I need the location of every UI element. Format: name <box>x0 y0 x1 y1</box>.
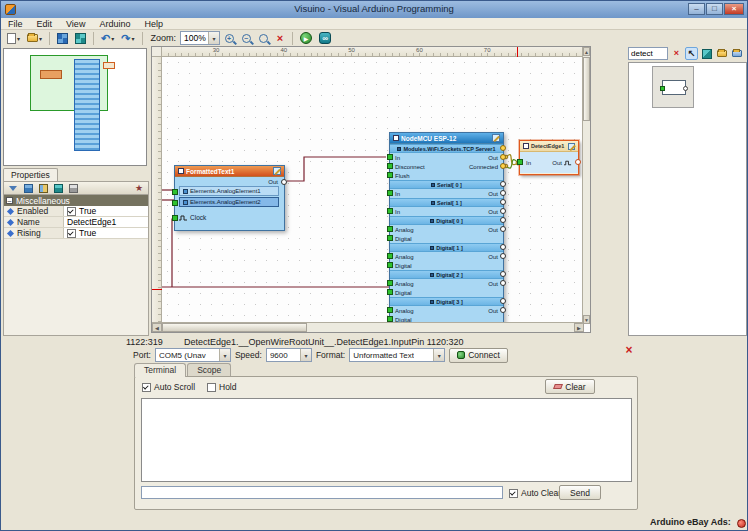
property-category-row[interactable]: – Miscellaneous <box>4 195 148 206</box>
output-pin[interactable] <box>500 271 506 277</box>
maximize-button[interactable]: □ <box>706 3 723 15</box>
terminal-send-input[interactable] <box>141 486 503 499</box>
zoom-reset-button[interactable] <box>255 31 271 46</box>
block-header[interactable]: DetectEdge1 <box>520 141 578 152</box>
format-combobox[interactable]: Unformatted Text▾ <box>349 348 445 362</box>
nodemcu-row[interactable]: Serial[ 1 ] <box>390 198 503 207</box>
arduino-ide-button[interactable]: ∞ <box>316 31 334 46</box>
nodemcu-row[interactable]: In Out <box>390 153 503 162</box>
output-pin[interactable] <box>500 199 506 205</box>
scroll-right-icon[interactable]: ▶ <box>574 323 584 332</box>
output-pin[interactable] <box>500 253 506 259</box>
nodemcu-row[interactable]: Analog Out <box>390 225 503 234</box>
output-pin[interactable] <box>500 145 506 151</box>
send-button[interactable]: Send <box>559 485 601 500</box>
property-value[interactable]: DetectEdge1 <box>64 217 148 227</box>
ads-badge-icon[interactable] <box>737 519 746 528</box>
nodemcu-row[interactable]: Digital[ 3 ] <box>390 297 503 306</box>
auto-clear-checkbox[interactable]: Auto Clear <box>509 488 561 498</box>
design-canvas[interactable]: FormattedText1 Out Elements.AnalogElemen… <box>151 46 591 333</box>
input-pin[interactable] <box>387 280 393 286</box>
menu-file[interactable]: File <box>1 18 30 30</box>
detectedge1-block[interactable]: DetectEdge1 In Out <box>519 140 579 175</box>
zoom-out-button[interactable]: − <box>238 31 254 46</box>
nodemcu-row[interactable]: Analog Out <box>390 252 503 261</box>
output-pin[interactable] <box>500 208 506 214</box>
analog-element-1[interactable]: Elements.AnalogElement1 <box>179 186 279 196</box>
tab-terminal[interactable]: Terminal <box>134 363 186 377</box>
undo-button[interactable]: ↶▾ <box>98 31 117 46</box>
output-pin[interactable] <box>500 280 506 286</box>
category-view-button[interactable] <box>715 47 728 60</box>
clock-pin-row[interactable]: Clock <box>175 212 284 223</box>
edit-pencil-icon[interactable] <box>568 143 575 150</box>
clear-button[interactable]: Clear <box>545 379 595 394</box>
components-button[interactable] <box>72 31 89 46</box>
input-pin[interactable] <box>172 189 178 195</box>
nodemcu-row[interactable]: Flush <box>390 171 503 180</box>
property-row-enabled[interactable]: Enabled True <box>4 206 148 217</box>
hold-checkbox[interactable]: Hold <box>207 382 236 392</box>
wizard-button[interactable]: ★ <box>133 182 145 194</box>
filter-button[interactable] <box>7 182 19 194</box>
output-pin[interactable] <box>500 154 506 160</box>
sort-category-button[interactable] <box>37 182 49 194</box>
port-combobox[interactable]: COM5 (Unav▾ <box>155 348 231 362</box>
vertical-scroll-thumb[interactable] <box>583 57 590 121</box>
nodemcu-row[interactable]: Digital <box>390 288 503 297</box>
rising-checkbox[interactable] <box>67 229 76 238</box>
input-pin[interactable] <box>387 190 393 196</box>
input-pin[interactable] <box>387 262 393 268</box>
menu-arduino[interactable]: Arduino <box>92 18 137 30</box>
redo-button[interactable]: ↷▾ <box>118 31 137 46</box>
output-pin[interactable] <box>575 159 581 165</box>
terminal-output[interactable] <box>141 398 632 482</box>
component-list[interactable] <box>628 62 747 336</box>
titlebar[interactable]: Visuino - Visual Arduino Programming – □… <box>1 1 747 18</box>
sort-alpha-button[interactable] <box>22 182 34 194</box>
analog-element-2[interactable]: Elements.AnalogElement2 <box>179 197 279 207</box>
scroll-up-icon[interactable]: ▲ <box>583 47 590 56</box>
output-pin[interactable] <box>500 190 506 196</box>
horizontal-scroll-thumb[interactable] <box>162 323 307 332</box>
menu-edit[interactable]: Edit <box>30 18 60 30</box>
clock-input-pin[interactable] <box>172 215 178 221</box>
close-button[interactable]: × <box>724 3 744 15</box>
input-pin[interactable] <box>387 172 393 178</box>
edit-pencil-icon[interactable] <box>492 134 500 142</box>
nodemcu-row[interactable]: Analog Out <box>390 279 503 288</box>
wiring-tool-button[interactable] <box>700 47 713 60</box>
clear-search-button[interactable]: × <box>670 47 683 60</box>
input-pin[interactable] <box>387 316 393 322</box>
vertical-scrollbar[interactable]: ▲ ▼ <box>582 47 590 324</box>
output-pin[interactable] <box>500 217 506 223</box>
enabled-checkbox[interactable] <box>67 207 76 216</box>
upload-button[interactable]: ▶ <box>297 31 315 46</box>
nodemcu-row[interactable]: Digital <box>390 234 503 243</box>
output-pin[interactable] <box>500 298 506 304</box>
flat-view-button[interactable] <box>730 47 743 60</box>
menu-help[interactable]: Help <box>137 18 170 30</box>
property-value[interactable]: True <box>64 228 148 238</box>
nodemcu-row[interactable]: Digital[ 0 ] <box>390 216 503 225</box>
output-pin[interactable] <box>500 226 506 232</box>
output-pin[interactable] <box>500 163 506 169</box>
formattedtext1-block[interactable]: FormattedText1 Out Elements.AnalogElemen… <box>174 165 285 231</box>
block-header[interactable]: NodeMCU ESP-12 <box>390 133 503 144</box>
nodemcu-row[interactable]: In Out <box>390 189 503 198</box>
output-pin[interactable] <box>500 244 506 250</box>
pointer-tool-button[interactable]: ↖ <box>685 47 698 60</box>
property-row-name[interactable]: Name DetectEdge1 <box>4 217 148 228</box>
new-project-button[interactable]: ▾ <box>4 31 23 46</box>
nodemcu-block[interactable]: NodeMCU ESP-12 Modules.WiFi.Sockets.TCP … <box>389 132 504 332</box>
block-header[interactable]: FormattedText1 <box>175 166 284 177</box>
output-pin[interactable] <box>500 307 506 313</box>
edit-pencil-icon[interactable] <box>273 167 281 175</box>
collapse-all-button[interactable] <box>67 182 79 194</box>
input-pin[interactable] <box>387 307 393 313</box>
output-pin[interactable] <box>500 181 506 187</box>
open-project-button[interactable]: ▾ <box>24 31 45 46</box>
horizontal-scrollbar[interactable]: ◀ ▶ <box>152 322 584 332</box>
output-pin[interactable] <box>281 179 287 185</box>
property-value[interactable]: True <box>64 206 148 216</box>
